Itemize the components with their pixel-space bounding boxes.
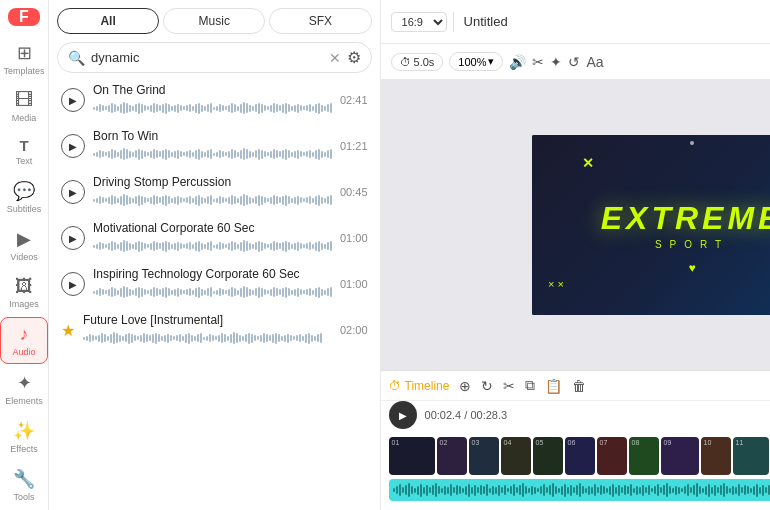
document-title[interactable]: Untitled (464, 14, 770, 29)
tab-all[interactable]: All (57, 8, 159, 34)
timeline-clip[interactable]: 03 (469, 437, 499, 475)
audio-icon: ♪ (20, 324, 29, 345)
tab-sfx[interactable]: SFX (269, 8, 371, 34)
audio-track[interactable] (389, 479, 770, 501)
sidebar-item-audio[interactable]: ♪ Audio (0, 317, 48, 364)
timeline-clip[interactable]: 01 (389, 437, 435, 475)
sub-text: SPORT (655, 239, 729, 250)
captions-icon[interactable]: Aa (586, 54, 603, 70)
duration-value: 5.0s (414, 56, 435, 68)
timeline-area: ⏱ Timeline ⊕ ↻ ✂ ⧉ 📋 🗑 ▶ 00:02.4 / 00:28… (381, 370, 770, 510)
media-icon: 🎞 (15, 90, 33, 111)
timeline-clip[interactable]: 11 (733, 437, 769, 475)
audio-duration-2: 01:21 (340, 140, 368, 152)
list-item[interactable]: ▶ Inspiring Technology Corporate 60 Sec … (53, 261, 376, 307)
elements-icon: ✦ (17, 372, 32, 394)
templates-icon: ⊞ (17, 42, 32, 64)
divider (453, 12, 454, 32)
videos-icon: ▶ (17, 228, 31, 250)
sidebar-item-subtitles[interactable]: 💬 Subtitles (0, 174, 48, 220)
sidebar-item-elements[interactable]: ✦ Elements (0, 366, 48, 412)
sidebar-item-tools[interactable]: 🔧 Tools (0, 462, 48, 508)
audio-panel: All Music SFX 🔍 ✕ ⚙ ▶ On The Grind 02:41… (49, 0, 381, 510)
delete-clip-button[interactable]: 🗑 (570, 376, 588, 396)
play-button-1[interactable]: ▶ (61, 88, 85, 112)
paste-button[interactable]: 📋 (543, 376, 564, 396)
zoom-value: 100% (458, 56, 486, 68)
timeline-clip[interactable]: 02 (437, 437, 467, 475)
sidebar-item-label: Media (12, 113, 37, 123)
duration-control[interactable]: ⏱ 5.0s (391, 53, 444, 71)
effects-icon: ✨ (13, 420, 35, 442)
sidebar-item-templates[interactable]: ⊞ Templates (0, 36, 48, 82)
timeline-header: ⏱ Timeline ⊕ ↻ ✂ ⧉ 📋 🗑 (381, 371, 770, 401)
timeline-wrapper: 010203040506070809101112+ (389, 437, 770, 501)
play-pause-button[interactable]: ▶ (389, 401, 417, 429)
add-clip-button[interactable]: ⊕ (457, 376, 473, 396)
audio-duration-3: 00:45 (340, 186, 368, 198)
timeline-actions: ⊕ ↻ ✂ ⧉ 📋 🗑 (457, 375, 588, 396)
timeline-clip[interactable]: 07 (597, 437, 627, 475)
volume-icon[interactable]: 🔊 (509, 54, 526, 70)
play-button-4[interactable]: ▶ (61, 226, 85, 250)
images-icon: 🖼 (15, 276, 33, 297)
tab-music[interactable]: Music (163, 8, 265, 34)
total-time-value: 00:28.3 (470, 409, 507, 421)
sidebar-item-label: Text (16, 156, 33, 166)
timeline-clip[interactable]: 04 (501, 437, 531, 475)
audio-info-4: Motivational Corporate 60 Sec (93, 221, 332, 255)
badge-icon: ★ (61, 321, 75, 340)
current-time: 00:02.4 / 00:28.3 (425, 409, 508, 421)
loop-button[interactable]: ↻ (479, 376, 495, 396)
heart-decoration: ♥ (688, 261, 695, 275)
list-item[interactable]: ★ Future Love [Instrumental] 02:00 (53, 307, 376, 353)
replay-icon[interactable]: ↺ (568, 54, 580, 70)
audio-duration-5: 01:00 (340, 278, 368, 290)
clear-search-button[interactable]: ✕ (329, 50, 341, 66)
audio-waveform-6 (83, 329, 332, 347)
sidebar-item-label: Audio (12, 347, 35, 357)
list-item[interactable]: ▶ Driving Stomp Percussion 00:45 (53, 169, 376, 215)
video-track: 010203040506070809101112+ (389, 437, 770, 475)
timeline-clip[interactable]: 06 (565, 437, 595, 475)
list-item[interactable]: ▶ Born To Win 01:21 (53, 123, 376, 169)
ratio-select[interactable]: 16:9 9:16 1:1 (391, 12, 447, 32)
copy-button[interactable]: ⧉ (523, 375, 537, 396)
audio-waveform-2 (93, 145, 332, 163)
audio-list: ▶ On The Grind 02:41 ▶ Born To Win 01:21… (49, 77, 380, 510)
timeline-clip[interactable]: 08 (629, 437, 659, 475)
play-button-2[interactable]: ▶ (61, 134, 85, 158)
list-item[interactable]: ▶ On The Grind 02:41 (53, 77, 376, 123)
timeline-clip[interactable]: 09 (661, 437, 699, 475)
enhance-icon[interactable]: ✦ (550, 54, 562, 70)
filter-button[interactable]: ⚙ (347, 48, 361, 67)
sidebar-item-label: Videos (10, 252, 37, 262)
sidebar-item-label: Subtitles (7, 204, 42, 214)
sidebar-item-label: Tools (13, 492, 34, 502)
timeline-clip[interactable]: 05 (533, 437, 563, 475)
sidebar-item-media[interactable]: 🎞 Media (0, 84, 48, 129)
app-logo[interactable]: F (8, 8, 40, 26)
tools-icon: 🔧 (13, 468, 35, 490)
crop-icon[interactable]: ✂ (532, 54, 544, 70)
sidebar-item-images[interactable]: 🖼 Images (0, 270, 48, 315)
timeline-icon: ⏱ (389, 379, 401, 393)
timer-icon: ⏱ (400, 56, 411, 68)
main-text: EXTREME (601, 200, 770, 237)
timeline-tracks: 010203040506070809101112+ (381, 433, 770, 505)
zoom-control[interactable]: 100% ▾ (449, 52, 503, 71)
sidebar-item-text[interactable]: T Text (0, 131, 48, 172)
video-canvas[interactable]: ✕ EXTREME SPORT ♥ × × (532, 135, 770, 315)
split-button[interactable]: ✂ (501, 376, 517, 396)
search-bar: 🔍 ✕ ⚙ (57, 42, 372, 73)
play-button-3[interactable]: ▶ (61, 180, 85, 204)
play-button-5[interactable]: ▶ (61, 272, 85, 296)
list-item[interactable]: ▶ Motivational Corporate 60 Sec 01:00 (53, 215, 376, 261)
sidebar-item-videos[interactable]: ▶ Videos (0, 222, 48, 268)
audio-duration-6: 02:00 (340, 324, 368, 336)
timeline-label: ⏱ Timeline (389, 379, 450, 393)
tabs-container: All Music SFX (49, 0, 380, 34)
search-input[interactable] (91, 50, 323, 65)
sidebar-item-effects[interactable]: ✨ Effects (0, 414, 48, 460)
timeline-clip[interactable]: 10 (701, 437, 731, 475)
